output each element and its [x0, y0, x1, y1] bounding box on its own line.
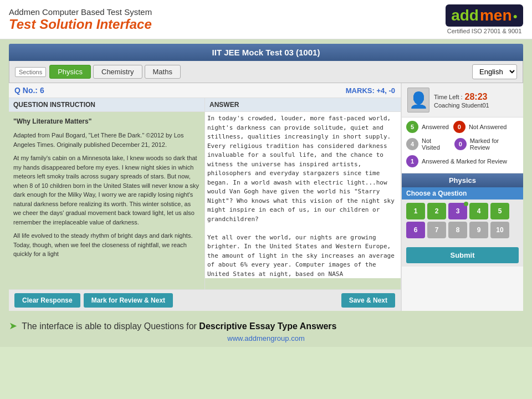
answered-marked-label: Answered & Marked for Review: [422, 158, 507, 165]
q-col-content: "Why Literature Matters" Adapted from Pa…: [9, 112, 204, 289]
logo-icon2: men: [480, 7, 512, 24]
footer-area: ➤ The interface is able to display Quest…: [0, 315, 532, 347]
legend-row-2: 4 Not Visited 0 Marked for Review: [406, 137, 519, 153]
subject-header: Physics: [402, 173, 523, 187]
answer-col: ANSWER In today's crowded, louder, more …: [205, 98, 401, 289]
legend-answered-marked: 1 Answered & Marked for Review: [406, 155, 519, 167]
time-left-label: Time Left :: [434, 94, 463, 100]
qa-columns: QUESTION INSTRUCTION "Why Literature Mat…: [9, 98, 401, 289]
answered-badge: 5: [406, 121, 418, 133]
test-title-bar: IIT JEE Mock Test 03 (1001): [9, 44, 523, 61]
logo-icon: add: [451, 7, 479, 24]
main-container: IIT JEE Mock Test 03 (1001) Sections Phy…: [0, 39, 532, 315]
certified-text: Certified ISO 27001 & 9001: [446, 28, 523, 34]
legend-not-answered: 0 Not Answered: [453, 121, 507, 133]
time-value: 28:23: [465, 92, 488, 102]
not-visited-label: Not Visited: [422, 137, 450, 151]
q-text-2: At my family's cabin on a Minnesota lake…: [13, 154, 200, 227]
marks-value: +4, -0: [376, 86, 395, 95]
q-number: Q No.: 6: [14, 86, 44, 95]
marks-text: MARKS: +4, -0: [346, 86, 395, 95]
q-grid-row-1: 1 2 3 4 5: [406, 203, 519, 219]
app-title-small: Addmen Computer Based Test System: [9, 7, 152, 17]
marked-label: Marked for Review: [470, 137, 519, 151]
q-btn-5[interactable]: 5: [490, 203, 509, 219]
q-btn-9[interactable]: 9: [469, 222, 488, 238]
sections-label: Sections: [15, 67, 46, 77]
submit-button[interactable]: Submit: [406, 247, 519, 263]
marks-label: MARKS:: [346, 86, 377, 95]
timer-info: Time Left : 28:23 Coaching Student01: [434, 92, 489, 109]
btn-group-left: Clear Response Mark for Review & Next: [14, 293, 173, 308]
section-tab-physics[interactable]: Physics: [49, 65, 91, 79]
not-answered-badge: 0: [453, 121, 466, 133]
q-text-1: Adapted from Paul Bogard, "Let There Be …: [13, 131, 200, 149]
marked-badge: 0: [454, 138, 467, 150]
btn-group-right: Save & Next: [341, 293, 395, 308]
q-btn-1[interactable]: 1: [406, 203, 425, 219]
q-btn-3[interactable]: 3: [448, 203, 467, 219]
sections-tabs: Physics Chemistry Maths: [49, 65, 181, 79]
legend-not-visited: 4 Not Visited: [406, 137, 450, 151]
logo-area: add men ● Certified ISO 27001 & 9001: [446, 4, 523, 34]
a-col-header: ANSWER: [205, 98, 401, 112]
legend-row-1: 5 Answered 0 Not Answered: [406, 121, 519, 135]
choose-q-label: Choose a Question: [402, 187, 523, 200]
submit-area: Submit: [402, 244, 523, 267]
logo-dot: ●: [513, 12, 518, 21]
app-title-big: Test Solution Interface: [9, 17, 152, 32]
answer-textarea[interactable]: In today's crowded, louder, more fast-pa…: [205, 112, 401, 278]
q-btn-10[interactable]: 10: [490, 222, 509, 238]
avatar: 👤: [407, 88, 429, 112]
mark-review-button[interactable]: Mark for Review & Next: [84, 293, 173, 308]
q-grid: 1 2 3 4 5 6 7 8 9 10: [402, 200, 523, 244]
footer-url: www.addmengroup.com: [9, 334, 523, 342]
q-btn-6[interactable]: 6: [406, 222, 425, 238]
footer-prefix: The interface is able to display Questio…: [22, 321, 199, 331]
legend-marked: 0 Marked for Review: [454, 137, 519, 151]
student-name: Coaching Student01: [434, 102, 489, 109]
answered-label: Answered: [422, 124, 449, 130]
arrow-icon: ➤: [9, 320, 17, 331]
not-visited-badge: 4: [406, 138, 418, 150]
section-tab-chemistry[interactable]: Chemistry: [93, 65, 142, 79]
avatar-icon: 👤: [409, 91, 428, 109]
timer-area: 👤 Time Left : 28:23 Coaching Student01: [402, 83, 523, 117]
left-panel: Q No.: 6 MARKS: +4, -0 QUESTION INSTRUCT…: [9, 83, 401, 311]
language-selector[interactable]: English: [472, 64, 517, 79]
answered-marked-badge: 1: [406, 155, 418, 167]
language-dropdown[interactable]: English: [472, 64, 517, 79]
content-wrapper: Q No.: 6 MARKS: +4, -0 QUESTION INSTRUCT…: [9, 83, 523, 311]
title-area: Addmen Computer Based Test System Test S…: [9, 7, 152, 32]
legend-area: 5 Answered 0 Not Answered 4 Not Visited …: [402, 117, 523, 173]
q-text-3: All life evolved to the steady rhythm of…: [13, 231, 200, 259]
timer-row: Time Left : 28:23: [434, 92, 489, 102]
clear-response-button[interactable]: Clear Response: [14, 293, 80, 308]
btn-bar: Clear Response Mark for Review & Next Sa…: [9, 289, 401, 311]
q-num-bar: Q No.: 6 MARKS: +4, -0: [9, 83, 401, 98]
q-btn-4[interactable]: 4: [469, 203, 488, 219]
footer-highlight: Descriptive Essay Type Answers: [199, 321, 336, 331]
q-title: "Why Literature Matters": [13, 116, 200, 126]
q-col-header: QUESTION INSTRUCTION: [9, 98, 204, 112]
not-answered-label: Not Answered: [469, 124, 507, 130]
right-panel: 👤 Time Left : 28:23 Coaching Student01 5…: [401, 83, 523, 311]
legend-answered: 5 Answered: [406, 121, 449, 133]
question-col: QUESTION INSTRUCTION "Why Literature Mat…: [9, 98, 205, 289]
sections-left: Sections Physics Chemistry Maths: [15, 65, 181, 79]
q-btn-2[interactable]: 2: [427, 203, 446, 219]
a-col-content: In today's crowded, louder, more fast-pa…: [205, 112, 401, 289]
section-tab-maths[interactable]: Maths: [145, 65, 181, 79]
footer-text: ➤ The interface is able to display Quest…: [9, 320, 523, 332]
q-grid-row-2: 6 7 8 9 10: [406, 222, 519, 238]
save-next-button[interactable]: Save & Next: [341, 293, 395, 308]
top-header: Addmen Computer Based Test System Test S…: [0, 0, 532, 39]
q-btn-7[interactable]: 7: [427, 222, 446, 238]
q-btn-8[interactable]: 8: [448, 222, 467, 238]
sections-bar: Sections Physics Chemistry Maths English: [9, 61, 523, 83]
